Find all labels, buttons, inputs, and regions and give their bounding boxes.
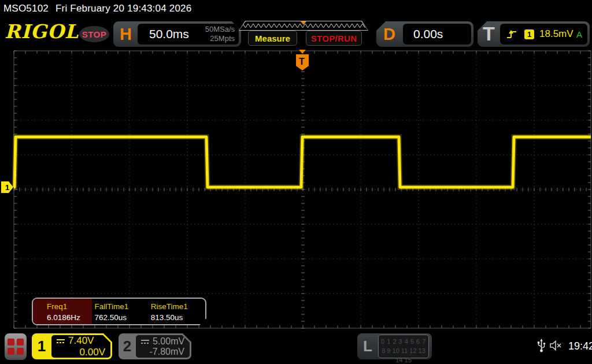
windows-menu-button[interactable]	[5, 333, 27, 360]
dc-coupling-icon	[56, 335, 65, 347]
channel2-scale: 5.00mV	[153, 336, 184, 347]
digital-label: L	[363, 337, 372, 355]
channel1-scale: 7.40V	[68, 335, 94, 347]
measurement-risetime1[interactable]: RiseTime1 813.50us	[149, 299, 205, 324]
channel2-badge[interactable]: 2 5.00mV -7.80mV	[119, 333, 191, 359]
oscilloscope-screen: MSO5102Fri February 20 19:43:04 2026 RIG…	[0, 0, 592, 364]
measurement-label: Freq1	[47, 302, 92, 311]
measurement-value: 6.0186Hz	[47, 313, 92, 322]
channel1-badge[interactable]: 1 7.40V 0.00V	[32, 333, 112, 359]
channel1-offset: 0.00V	[56, 347, 105, 358]
measurement-results-popup: Freq1 6.0186Hz FallTime1 762.50us RiseTi…	[32, 298, 206, 325]
digital-channels-badge[interactable]: L 0 1 2 3 4 5 6 7 8 9 10 11 12 13 14 15	[357, 333, 432, 359]
digital-channel-list: 0 1 2 3 4 5 6 7 8 9 10 11 12 13 14 15	[378, 335, 429, 358]
channel1-values: 7.40V 0.00V	[51, 335, 110, 358]
measurement-falltime1[interactable]: FallTime1 762.50us	[92, 299, 148, 324]
red-tiles-icon	[8, 339, 24, 355]
measurement-value: 813.50us	[151, 313, 205, 322]
measurement-value: 762.50us	[94, 313, 148, 322]
measurement-label: FallTime1	[94, 302, 148, 311]
measurement-freq1[interactable]: Freq1 6.0186Hz	[33, 299, 92, 324]
clock-label: 19:42	[568, 340, 592, 352]
dc-coupling-icon	[140, 336, 150, 347]
digital-row-0-7: 0 1 2 3 4 5 6 7	[379, 337, 428, 347]
channel2-offset: -7.80mV	[140, 347, 184, 357]
trigger-position-arrow-icon	[299, 50, 306, 54]
usb-icon	[537, 338, 546, 355]
channel2-number: 2	[119, 333, 136, 359]
speaker-muted-icon	[549, 340, 563, 354]
channel1-number: 1	[32, 333, 51, 359]
trigger-marker-label: T	[299, 57, 305, 66]
measurement-label: RiseTime1	[151, 302, 205, 311]
digital-row-8-15: 8 9 10 11 12 13 14 15	[379, 347, 428, 364]
channel1-marker-label: 1	[5, 183, 9, 192]
channel2-values: 5.00mV -7.80mV	[136, 335, 190, 358]
